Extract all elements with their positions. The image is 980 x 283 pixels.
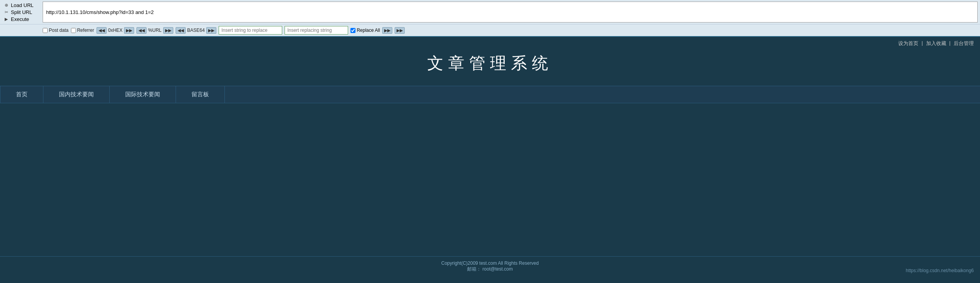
top-right-links: 设为首页 | 加入收藏 | 后台管理 [898, 40, 974, 47]
nav-item-international[interactable]: 国际技术要闻 [110, 86, 176, 103]
footer-area: Copyright(C)2009 test.com All Rights Res… [0, 256, 980, 276]
execute-icon: ▶ [3, 16, 9, 22]
url-row: ⊕ Load URL ✂ Split URL ▶ Execute [0, 0, 980, 24]
nav-item-guestbook[interactable]: 留言板 [176, 86, 225, 103]
execute-label: Execute [11, 16, 29, 22]
replace-all-checkbox[interactable] [350, 28, 355, 33]
url-input[interactable] [43, 2, 978, 23]
nav-item-home[interactable]: 首页 [0, 86, 43, 103]
footer-email-value: root@test.com [483, 266, 513, 272]
footer-bottom-link[interactable]: https://blog.csdn.net/heibaikong6 [906, 268, 974, 273]
site-title: 文章管理系统 [0, 52, 980, 74]
referrer-label: Referrer [77, 28, 94, 33]
load-url-label: Load URL [11, 2, 34, 8]
set-home-link[interactable]: 设为首页 [898, 40, 918, 47]
extra-arrow-right[interactable]: ▶▶ [395, 27, 405, 34]
split-url-button[interactable]: ✂ Split URL [2, 9, 39, 16]
execute-button[interactable]: ▶ Execute [2, 16, 39, 23]
admin-link[interactable]: 后台管理 [954, 40, 974, 47]
site-title-area: 文章管理系统 [0, 37, 980, 82]
divider-2: | [949, 40, 951, 47]
referrer-checkbox[interactable] [71, 28, 76, 33]
left-buttons: ⊕ Load URL ✂ Split URL ▶ Execute [2, 2, 41, 23]
base64-arrow-left[interactable]: ◀◀ [176, 27, 186, 34]
post-data-checkbox[interactable] [43, 28, 48, 33]
nav-bar: 首页 国内技术要闻 国际技术要闻 留言板 [0, 86, 980, 103]
load-url-icon: ⊕ [3, 2, 9, 8]
bookmark-link[interactable]: 加入收藏 [926, 40, 946, 47]
toolbar-area: ⊕ Load URL ✂ Split URL ▶ Execute Post da… [0, 0, 980, 37]
options-row: Post data Referrer ◀◀ 0xHEX ▶▶ ◀◀ %URL ▶… [0, 24, 980, 36]
hex-arrow-right[interactable]: ▶▶ [124, 27, 134, 34]
footer-email: 邮箱： root@test.com [6, 266, 974, 273]
divider-1: | [921, 40, 923, 47]
split-url-icon: ✂ [3, 9, 9, 15]
insert-replacing-string-input[interactable] [285, 26, 348, 35]
hex-encode-group: ◀◀ 0xHEX ▶▶ [97, 27, 134, 34]
main-content: 设为首页 | 加入收藏 | 后台管理 文章管理系统 首页 国内技术要闻 国际技术… [0, 37, 980, 276]
base64-label: BASE64 [186, 28, 205, 33]
hex-label: 0xHEX [107, 28, 123, 33]
nav-item-domestic[interactable]: 国内技术要闻 [43, 86, 110, 103]
replace-arrow-right[interactable]: ▶▶ [382, 27, 392, 34]
replace-all-item: Replace All [350, 28, 380, 33]
split-url-label: Split URL [11, 9, 32, 15]
insert-string-to-replace-input[interactable] [219, 26, 282, 35]
url-arrow-left[interactable]: ◀◀ [136, 27, 147, 34]
url-encode-label: %URL [147, 28, 162, 33]
url-encode-group: ◀◀ %URL ▶▶ [136, 27, 173, 34]
post-data-label: Post data [49, 28, 69, 33]
base64-encode-group: ◀◀ BASE64 ▶▶ [176, 27, 216, 34]
base64-arrow-right[interactable]: ▶▶ [206, 27, 216, 34]
hex-arrow-left[interactable]: ◀◀ [97, 27, 107, 34]
footer-copyright: Copyright(C)2009 test.com All Rights Res… [6, 260, 974, 266]
url-arrow-right[interactable]: ▶▶ [163, 27, 173, 34]
post-data-item: Post data [43, 28, 69, 33]
footer-email-label: 邮箱： [467, 266, 481, 272]
replace-all-label: Replace All [357, 28, 380, 33]
referrer-item: Referrer [71, 28, 94, 33]
load-url-button[interactable]: ⊕ Load URL [2, 2, 39, 9]
